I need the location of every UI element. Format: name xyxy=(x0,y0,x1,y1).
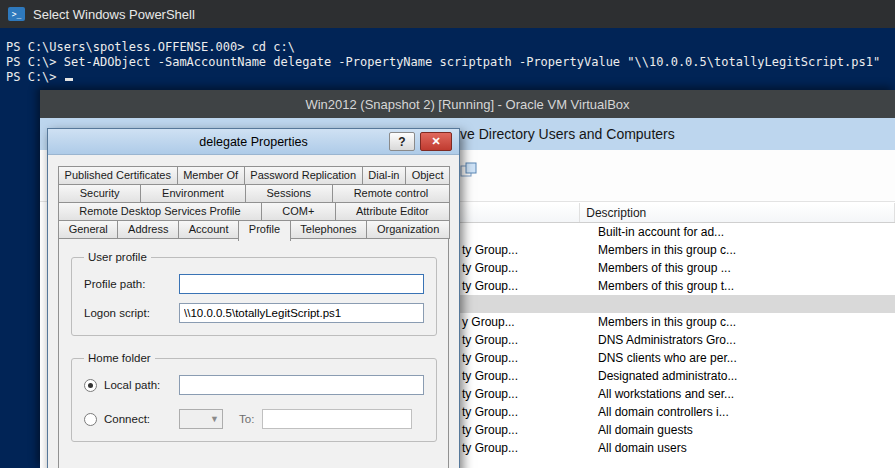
list-rows: Built-in account for ad... ty Group... M… xyxy=(460,223,895,457)
powershell-terminal[interactable]: PS C:\Users\spotless.OFFENSE.000> cd c:\… xyxy=(0,28,895,98)
dialog-titlebar[interactable]: delegate Properties ? ✕ xyxy=(48,129,459,155)
user-profile-legend: User profile xyxy=(84,251,151,263)
local-path-input[interactable] xyxy=(179,375,424,395)
tab[interactable]: Remote control xyxy=(332,184,450,203)
home-folder-group: Home folder Local path: Connect: ▼ To: xyxy=(71,352,437,442)
list-item-description: All workstations and ser... xyxy=(592,387,895,401)
tab-label: Password Replication xyxy=(250,169,356,181)
terminal-line: PS C:\> xyxy=(6,70,895,85)
tab[interactable]: Telephones xyxy=(290,220,368,239)
aduc-title: ve Directory Users and Computers xyxy=(460,126,675,142)
list-item[interactable]: ty Group... All workstations and ser... xyxy=(460,385,895,403)
list-item-description: Built-in account for ad... xyxy=(592,225,895,239)
column-header-description[interactable]: Description xyxy=(580,203,895,222)
help-button[interactable]: ? xyxy=(389,132,415,151)
profile-path-input[interactable] xyxy=(179,274,424,294)
list-item-description: All domain users xyxy=(592,441,895,455)
list-item[interactable]: ty Group... Members of this group ... xyxy=(460,259,895,277)
tab[interactable]: Account xyxy=(178,220,239,239)
tab-row-2: SecurityEnvironmentSessionsRemote contro… xyxy=(58,184,449,202)
chevron-down-icon: ▼ xyxy=(210,414,219,424)
list-item[interactable]: ty Group... DNS clients who are per... xyxy=(460,349,895,367)
aduc-object-list: Description Built-in account for ad... t… xyxy=(460,203,895,468)
list-item-description: DNS clients who are per... xyxy=(592,351,895,365)
local-path-radio[interactable] xyxy=(84,379,97,392)
tab[interactable]: COM+ xyxy=(261,202,336,221)
drive-letter-dropdown[interactable]: ▼ xyxy=(179,409,223,429)
connect-radio[interactable] xyxy=(84,413,97,426)
tab-label: Telephones xyxy=(300,223,356,235)
tab-label: Profile xyxy=(249,223,280,235)
list-item-name: ty Group... xyxy=(460,351,592,365)
virtualbox-title: Win2012 (Snapshot 2) [Running] - Oracle … xyxy=(305,97,629,112)
list-item[interactable]: y Group... Members in this group c... xyxy=(460,313,895,331)
list-item-name: ty Group... xyxy=(460,369,592,383)
tab-label: Account xyxy=(189,223,229,235)
tab[interactable]: Password Replication xyxy=(244,166,363,185)
tab[interactable]: Security xyxy=(58,184,141,203)
tab[interactable]: Attribute Editor xyxy=(335,202,450,221)
terminal-line: PS C:\Users\spotless.OFFENSE.000> cd c:\ xyxy=(6,40,895,55)
tab-label: Object xyxy=(412,169,444,181)
tab-label: Sessions xyxy=(266,187,311,199)
tab-label: General xyxy=(69,223,108,235)
tab-label: Attribute Editor xyxy=(356,205,429,217)
list-item-name: ty Group... xyxy=(460,243,592,257)
delegate-properties-dialog: delegate Properties ? ✕ Published Certif… xyxy=(47,128,460,468)
tab-label: Published Certificates xyxy=(65,169,171,181)
list-item-description: Members in this group c... xyxy=(592,315,895,329)
terminal-cursor xyxy=(65,78,73,81)
powershell-icon: >_ xyxy=(8,7,25,21)
tab[interactable]: Member Of xyxy=(177,166,245,185)
tab[interactable]: Profile xyxy=(238,220,291,241)
list-item[interactable]: ty Group... Members of this group t... xyxy=(460,277,895,295)
list-item[interactable]: ty Group... All domain controllers i... xyxy=(460,403,895,421)
connect-to-input[interactable] xyxy=(262,409,412,429)
tab[interactable]: General xyxy=(58,220,118,239)
tab-label: Remote control xyxy=(354,187,429,199)
profile-tab-panel: User profile Profile path: Logon script:… xyxy=(58,238,449,468)
tab[interactable]: Sessions xyxy=(245,184,333,203)
list-item-name: ty Group... xyxy=(460,387,592,401)
list-item[interactable]: ty Group... DNS Administrators Gro... xyxy=(460,331,895,349)
user-profile-group: User profile Profile path: Logon script: xyxy=(71,251,437,336)
list-item[interactable]: ty Group... All domain guests xyxy=(460,421,895,439)
virtualbox-titlebar[interactable]: Win2012 (Snapshot 2) [Running] - Oracle … xyxy=(40,90,895,118)
tab[interactable]: Organization xyxy=(366,220,450,239)
logon-script-input[interactable] xyxy=(179,303,424,323)
tab[interactable]: Remote Desktop Services Profile xyxy=(58,202,262,221)
list-header: Description xyxy=(460,203,895,223)
tab-row-3: Remote Desktop Services ProfileCOM+Attri… xyxy=(58,202,449,220)
powershell-titlebar[interactable]: >_ Select Windows PowerShell xyxy=(0,0,895,28)
connect-label: Connect: xyxy=(104,413,179,425)
tab[interactable]: Environment xyxy=(140,184,245,203)
list-item[interactable] xyxy=(460,295,895,313)
tab[interactable]: Published Certificates xyxy=(58,166,178,185)
tab[interactable]: Address xyxy=(117,220,179,239)
list-item-name: ty Group... xyxy=(460,279,592,293)
logon-script-label: Logon script: xyxy=(84,307,179,319)
list-item-description: All domain controllers i... xyxy=(592,405,895,419)
tab-label: Organization xyxy=(377,223,439,235)
list-item[interactable]: Built-in account for ad... xyxy=(460,223,895,241)
list-item-description: Designated administrato... xyxy=(592,369,895,383)
list-item-description: All domain guests xyxy=(592,423,895,437)
list-item[interactable]: ty Group... Designated administrato... xyxy=(460,367,895,385)
list-item-name: y Group... xyxy=(460,315,592,329)
tab-row-1: Published CertificatesMember OfPassword … xyxy=(58,166,449,184)
list-item-name: ty Group... xyxy=(460,405,592,419)
tab-label: Address xyxy=(128,223,168,235)
list-item-name: ty Group... xyxy=(460,441,592,455)
tab-label: COM+ xyxy=(282,205,314,217)
close-button[interactable]: ✕ xyxy=(420,132,452,151)
tab-label: Remote Desktop Services Profile xyxy=(79,205,240,217)
list-item[interactable]: ty Group... Members in this group c... xyxy=(460,241,895,259)
column-header-name[interactable] xyxy=(460,203,580,222)
toolbar-icon[interactable] xyxy=(460,162,478,182)
profile-path-label: Profile path: xyxy=(84,278,179,290)
screen: >_ Select Windows PowerShell PS C:\Users… xyxy=(0,0,895,468)
tab[interactable]: Object xyxy=(405,166,450,185)
list-item-name: ty Group... xyxy=(460,423,592,437)
list-item[interactable]: ty Group... All domain users xyxy=(460,439,895,457)
tab[interactable]: Dial-in xyxy=(362,166,406,185)
